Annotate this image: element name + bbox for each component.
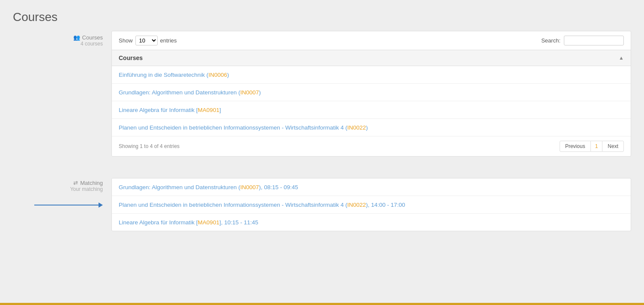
sidebar-label: Courses — [82, 34, 103, 41]
matching-code: IN0007 — [240, 184, 259, 190]
matching-title: ⇄ Matching — [13, 180, 103, 186]
previous-button[interactable]: Previous — [560, 141, 591, 152]
matching-link[interactable]: Lineare Algebra für Informatik [MA0901],… — [119, 219, 258, 226]
matching-row: Planen und Entscheiden in betrieblichen … — [112, 196, 631, 214]
courses-panel: Show 10 5 25 50 100 entries Search: Cour… — [111, 31, 631, 157]
sidebar-title: 👥 Courses — [13, 34, 103, 41]
search-input[interactable] — [564, 36, 624, 45]
course-code: MA0901 — [198, 107, 219, 113]
page-title: Courses — [0, 0, 644, 31]
search-label: Search: — [541, 37, 560, 44]
matching-section: ⇄ Matching Your matching Grundlagen: Alg… — [0, 165, 644, 240]
pagination: Previous 1 Next — [560, 141, 624, 152]
courses-table-header: Courses ▲ — [112, 50, 631, 66]
course-row: Grundlagen: Algorithmen und Datenstruktu… — [112, 84, 631, 101]
course-code: IN0007 — [240, 89, 259, 96]
courses-header-label: Courses — [119, 54, 143, 61]
arrow — [34, 202, 103, 208]
matching-code: MA0901 — [198, 219, 219, 226]
matching-icon: ⇄ — [73, 180, 78, 186]
course-link[interactable]: Planen und Entscheiden in betrieblichen … — [119, 124, 368, 131]
bottom-bar — [0, 303, 644, 305]
course-code: IN0006 — [208, 72, 227, 78]
courses-sidebar: 👥 Courses 4 courses — [13, 31, 107, 157]
course-code: IN0022 — [347, 124, 366, 131]
showing-text: Showing 1 to 4 of 4 entries — [119, 143, 180, 149]
matching-label: Matching — [80, 180, 103, 186]
panel-footer: Showing 1 to 4 of 4 entries Previous 1 N… — [112, 136, 631, 156]
sidebar-subtitle: 4 courses — [13, 41, 103, 47]
page-number: 1 — [591, 141, 602, 152]
show-entries: Show 10 5 25 50 100 entries — [119, 36, 177, 45]
matching-subtitle: Your matching — [13, 186, 103, 192]
entries-select[interactable]: 10 5 25 50 100 — [135, 36, 158, 45]
course-link[interactable]: Grundlagen: Algorithmen und Datenstruktu… — [119, 89, 261, 96]
courses-icon: 👥 — [73, 34, 80, 41]
show-label: Show — [119, 37, 133, 44]
matching-row: Lineare Algebra für Informatik [MA0901],… — [112, 214, 631, 231]
matching-link[interactable]: Planen und Entscheiden in betrieblichen … — [119, 202, 405, 208]
matching-code: IN0022 — [347, 202, 366, 208]
course-row: Planen und Entscheiden in betrieblichen … — [112, 119, 631, 136]
entries-label: entries — [160, 37, 177, 44]
matching-row: Grundlagen: Algorithmen und Datenstruktu… — [112, 178, 631, 196]
arrow-shaft — [34, 205, 99, 205]
course-row: Lineare Algebra für Informatik [MA0901] — [112, 101, 631, 119]
search-area: Search: — [541, 36, 624, 45]
sort-icon[interactable]: ▲ — [619, 55, 624, 61]
sidebar-section: 👥 Courses 4 courses — [13, 34, 107, 47]
matching-panel: Grundlagen: Algorithmen und Datenstruktu… — [111, 178, 631, 231]
courses-section: 👥 Courses 4 courses Show 10 5 25 50 100 … — [0, 31, 644, 157]
arrow-container — [13, 202, 103, 208]
panel-toolbar: Show 10 5 25 50 100 entries Search: — [112, 31, 631, 50]
course-link[interactable]: Lineare Algebra für Informatik [MA0901] — [119, 107, 221, 113]
arrow-head — [99, 202, 103, 208]
next-button[interactable]: Next — [602, 141, 624, 152]
matching-link[interactable]: Grundlagen: Algorithmen und Datenstruktu… — [119, 184, 298, 190]
course-link[interactable]: Einführung in die Softwaretechnik (IN000… — [119, 72, 229, 78]
course-row: Einführung in die Softwaretechnik (IN000… — [112, 66, 631, 84]
matching-sidebar: ⇄ Matching Your matching — [13, 178, 107, 231]
